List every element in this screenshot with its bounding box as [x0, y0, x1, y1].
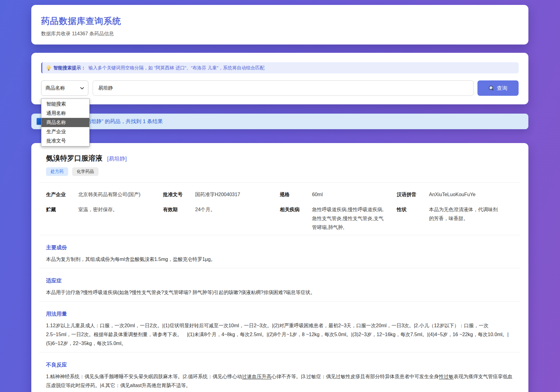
field-label: 生产企业: [46, 190, 78, 199]
database-count-subtitle: 数据库共收录 114367 条药品信息: [41, 31, 519, 37]
field-label: 批准文号: [163, 190, 195, 199]
header-card: 药品数据库查询系统 数据库共收录 114367 条药品信息: [31, 5, 528, 45]
field-label: 相关疾病: [280, 205, 312, 232]
search-button[interactable]: 查询: [477, 80, 519, 96]
section-title: 主要成份: [46, 244, 514, 251]
drug-section: 不良反应1.精神神经系统：偶见头痛手颤嗜睡不安头晕失眠四肢麻木等。|2.循环系统…: [39, 352, 520, 392]
field-label: 有效期: [163, 205, 195, 232]
field-value: 60ml: [312, 190, 397, 199]
search-type-option[interactable]: 通用名称: [41, 109, 89, 118]
drug-detail-card: 氨溴特罗口服溶液 [易坦静] 处方药化学药品 生产企业北京韩美药品有限公司(国产…: [31, 143, 528, 392]
search-input[interactable]: [93, 80, 474, 96]
tip-label: 智能搜索提示：: [53, 65, 86, 71]
field-label: 性状: [397, 205, 429, 232]
section-text: 1.精神神经系统：偶见头痛手颤嗜睡不安头晕失眠四肢麻木等。|2.循环系统：偶见心…: [46, 372, 514, 390]
drug-detail-section: 生产企业北京韩美药品有限公司(国产)批准文号国药准字H20040317规格60m…: [39, 182, 520, 235]
magnifier-icon: [489, 86, 494, 91]
field-label: 汉语拼音: [397, 190, 429, 199]
field-value: 24个月。: [195, 205, 280, 232]
drug-section: 主要成份本品为复方制剂，其组成成份为每ml含盐酸氨溴索1.5mg，盐酸克仑特罗1…: [39, 235, 520, 268]
field-value: 急性呼吸道疾病,慢性呼吸道疾病,急性支气管炎,慢性支气管炎,支气管哮喘,肺气肿,: [312, 205, 397, 232]
drug-section: 用法用量1.12岁以上儿童及成人：口服，一次20ml，一日2次。|(1)症状明显…: [39, 301, 520, 352]
tip-text: 输入多个关键词用空格分隔，如 "阿莫西林 进口"、"布洛芬 儿童"，系统将自动组…: [88, 65, 265, 71]
search-type-option[interactable]: 生产企业: [41, 127, 89, 136]
results-banner: 商品名称中包含 "易坦静" 的药品，共找到 1 条结果: [31, 114, 528, 129]
chevron-down-icon: [80, 87, 84, 90]
page-title: 药品数据库查询系统: [41, 15, 519, 27]
drug-section: 适应症本品用于治疗急?慢性呼吸道疾病(如急?慢性支气管炎?支气管哮喘? 肺气肿等…: [39, 268, 520, 301]
field-value: 国药准字H20040317: [195, 190, 280, 199]
field-value: 北京韩美药品有限公司(国产): [78, 190, 163, 199]
search-field-select[interactable]: 商品名称: [41, 80, 88, 96]
search-row: 商品名称 查询 智能搜索通用名称商品名称生产企业批准文号: [41, 80, 519, 96]
search-type-option[interactable]: 智能搜索: [41, 99, 89, 109]
field-label: 规格: [280, 190, 312, 199]
search-type-option[interactable]: 商品名称: [41, 118, 89, 127]
field-value: 室温，密封保存。: [78, 205, 163, 232]
drug-tag-row: 处方药化学药品: [46, 167, 514, 176]
section-text: 1.12岁以上儿童及成人：口服，一次20ml，一日2次。|(1)症状明显好转后可…: [46, 321, 514, 348]
section-title: 不良反应: [46, 362, 514, 368]
drug-text-sections: 主要成份本品为复方制剂，其组成成份为每ml含盐酸氨溴索1.5mg，盐酸克仑特罗1…: [46, 235, 514, 392]
section-title: 适应症: [46, 278, 514, 284]
search-card: 智能搜索提示： 输入多个关键词用空格分隔，如 "阿莫西林 进口"、"布洛芬 儿童…: [31, 53, 528, 104]
drug-trade-name: [易坦静]: [107, 155, 127, 162]
app-background: 药品数据库查询系统 数据库共收录 114367 条药品信息 智能搜索提示： 输入…: [0, 0, 560, 392]
drug-tag: 化学药品: [72, 167, 98, 176]
search-field-selected-value: 商品名称: [45, 85, 65, 91]
field-label: 贮藏: [46, 205, 78, 232]
drug-detail-grid: 生产企业北京韩美药品有限公司(国产)批准文号国药准字H20040317规格60m…: [46, 190, 514, 232]
lightbulb-icon: [47, 65, 51, 69]
search-button-label: 查询: [497, 85, 507, 92]
drug-tag: 处方药: [46, 167, 68, 176]
search-tip-banner: 智能搜索提示： 输入多个关键词用空格分隔，如 "阿莫西林 进口"、"布洛芬 儿童…: [41, 62, 519, 73]
search-type-menu: 智能搜索通用名称商品名称生产企业批准文号: [41, 99, 90, 146]
field-value: AnXiuTeLuoKouFuYe: [429, 190, 514, 199]
field-value: 本品为无色澄清液体，代调味剂的芳香，味香甜。: [429, 205, 514, 232]
drug-name: 氨溴特罗口服溶液: [46, 153, 102, 163]
section-title: 用法用量: [46, 311, 514, 317]
section-text: 本品为复方制剂，其组成成份为每ml含盐酸氨溴索1.5mg，盐酸克仑特罗1μg。: [46, 255, 514, 264]
search-type-option[interactable]: 批准文号: [41, 136, 89, 146]
section-text: 本品用于治疗急?慢性呼吸道疾病(如急?慢性支气管炎?支气管哮喘? 肺气肿等)引起…: [46, 288, 514, 297]
